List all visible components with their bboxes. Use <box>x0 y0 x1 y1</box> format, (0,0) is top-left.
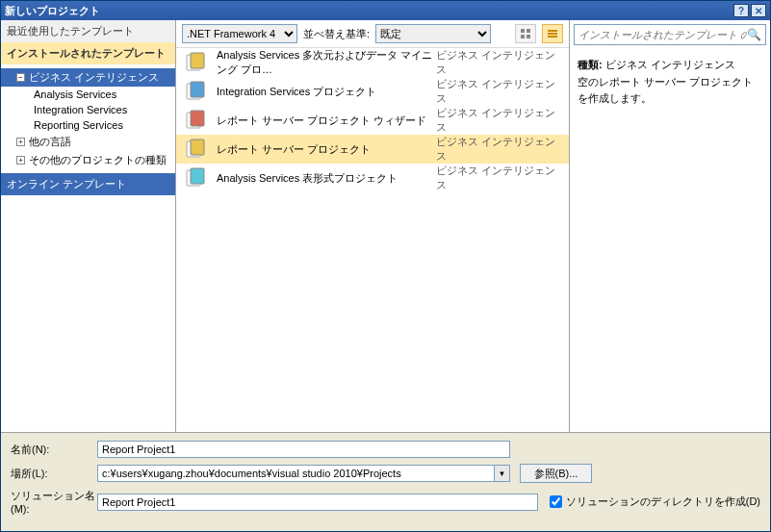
main-area: 最近使用したテンプレート インストールされたテンプレート − ビジネス インテリ… <box>1 20 770 432</box>
tree-node-other-proj[interactable]: + その他のプロジェクトの種類 <box>1 151 175 169</box>
list-icon <box>547 28 558 39</box>
name-label: 名前(N): <box>11 443 97 457</box>
svg-rect-4 <box>548 30 557 32</box>
template-icon <box>184 166 207 190</box>
svg-rect-12 <box>191 111 204 126</box>
svg-rect-0 <box>521 29 525 33</box>
location-combo[interactable]: ▼ <box>97 465 510 482</box>
template-row[interactable]: Integration Services プロジェクトビジネス インテリジェンス <box>176 77 569 106</box>
online-templates-header[interactable]: オンライン テンプレート <box>1 173 175 195</box>
template-icon <box>184 51 207 74</box>
location-field[interactable] <box>97 465 495 482</box>
toolbar: .NET Framework 4 並べ替え基準: 既定 <box>176 20 569 48</box>
tree-label: ビジネス インテリジェンス <box>29 70 159 85</box>
installed-templates-header[interactable]: インストールされたテンプレート <box>1 42 175 64</box>
template-row[interactable]: Analysis Services 多次元およびデータ マイニング プロ…ビジネ… <box>176 48 569 77</box>
titlebar: 新しいプロジェクト ? ✕ <box>1 1 770 20</box>
template-icon <box>184 109 207 132</box>
small-icons-icon <box>520 28 531 39</box>
svg-rect-14 <box>191 139 204 155</box>
solution-name-field[interactable] <box>97 494 538 511</box>
template-name: Analysis Services 多次元およびデータ マイニング プロ… <box>217 48 436 77</box>
expand-icon[interactable]: + <box>16 156 25 165</box>
description-text: 空のレポート サーバー プロジェクトを作成します。 <box>578 74 762 108</box>
tree-children-bi: Analysis Services Integration Services R… <box>1 87 175 133</box>
svg-rect-6 <box>548 36 557 38</box>
template-icon <box>184 138 207 161</box>
close-button[interactable]: ✕ <box>751 4 766 17</box>
template-icon <box>184 80 207 103</box>
svg-rect-3 <box>527 35 530 38</box>
svg-rect-8 <box>191 53 204 68</box>
template-category: ビジネス インテリジェンス <box>436 164 561 192</box>
tree-label: その他のプロジェクトの種類 <box>29 153 167 167</box>
chevron-down-icon[interactable]: ▼ <box>495 465 510 482</box>
center-panel: .NET Framework 4 並べ替え基準: 既定 Analysis Ser… <box>176 20 570 432</box>
search-icon: 🔍 <box>747 28 761 41</box>
window-title: 新しいプロジェクト <box>5 4 732 18</box>
svg-rect-5 <box>548 33 557 35</box>
framework-select[interactable]: .NET Framework 4 <box>182 24 297 43</box>
name-field[interactable] <box>97 441 510 458</box>
svg-rect-16 <box>191 168 204 184</box>
tree-node-is[interactable]: Integration Services <box>34 102 175 117</box>
template-category: ビジネス インテリジェンス <box>436 77 561 106</box>
tree-node-bi[interactable]: − ビジネス インテリジェンス <box>1 68 175 87</box>
create-directory-label: ソリューションのディレクトリを作成(D) <box>566 494 760 509</box>
view-small-icons-button[interactable] <box>515 24 536 43</box>
tree-node-other-lang[interactable]: + 他の言語 <box>1 133 175 151</box>
template-name: レポート サーバー プロジェクト <box>217 142 436 157</box>
browse-button[interactable]: 参照(B)... <box>520 464 592 483</box>
template-row[interactable]: レポート サーバー プロジェクトビジネス インテリジェンス <box>176 135 569 164</box>
svg-rect-1 <box>527 29 530 33</box>
template-name: Integration Services プロジェクト <box>217 85 436 99</box>
template-tree: − ビジネス インテリジェンス Analysis Services Integr… <box>1 64 175 173</box>
location-label: 場所(L): <box>11 467 97 481</box>
tree-node-rs[interactable]: Reporting Services <box>34 117 175 133</box>
create-directory-input[interactable] <box>550 495 562 508</box>
search-box[interactable]: 🔍 <box>574 24 766 45</box>
collapse-icon[interactable]: − <box>16 73 25 82</box>
description-panel: 種類: ビジネス インテリジェンス 空のレポート サーバー プロジェクトを作成し… <box>570 49 770 115</box>
svg-rect-2 <box>521 35 525 38</box>
template-category: ビジネス インテリジェンス <box>436 48 561 77</box>
tree-label: 他の言語 <box>29 135 71 149</box>
template-row[interactable]: Analysis Services 表形式プロジェクトビジネス インテリジェンス <box>176 164 569 192</box>
svg-rect-10 <box>191 82 204 97</box>
right-panel: 🔍 種類: ビジネス インテリジェンス 空のレポート サーバー プロジェクトを作… <box>570 20 770 432</box>
expand-icon[interactable]: + <box>16 138 25 146</box>
view-list-button[interactable] <box>542 24 563 43</box>
sort-select[interactable]: 既定 <box>375 24 491 43</box>
template-list: Analysis Services 多次元およびデータ マイニング プロ…ビジネ… <box>176 48 569 432</box>
template-category: ビジネス インテリジェンス <box>436 135 561 164</box>
template-name: レポート サーバー プロジェクト ウィザード <box>217 114 436 128</box>
sort-label: 並べ替え基準: <box>303 27 370 41</box>
template-name: Analysis Services 表形式プロジェクト <box>217 171 436 186</box>
type-value: ビジネス インテリジェンス <box>605 59 735 70</box>
search-input[interactable] <box>578 29 747 40</box>
type-label: 種類: <box>578 59 603 70</box>
tree-node-as[interactable]: Analysis Services <box>34 87 175 102</box>
create-directory-checkbox[interactable]: ソリューションのディレクトリを作成(D) <box>550 494 760 509</box>
help-button[interactable]: ? <box>733 4 749 17</box>
left-panel: 最近使用したテンプレート インストールされたテンプレート − ビジネス インテリ… <box>1 20 176 432</box>
footer: OK キャンセル <box>1 528 770 532</box>
template-category: ビジネス インテリジェンス <box>436 106 561 135</box>
recent-templates-header[interactable]: 最近使用したテンプレート <box>1 20 175 42</box>
template-row[interactable]: レポート サーバー プロジェクト ウィザードビジネス インテリジェンス <box>176 106 569 135</box>
solution-name-label: ソリューション名(M): <box>11 489 97 515</box>
bottom-panel: 名前(N): 場所(L): ▼ 参照(B)... ソリューション名(M): ソリ… <box>1 432 770 528</box>
